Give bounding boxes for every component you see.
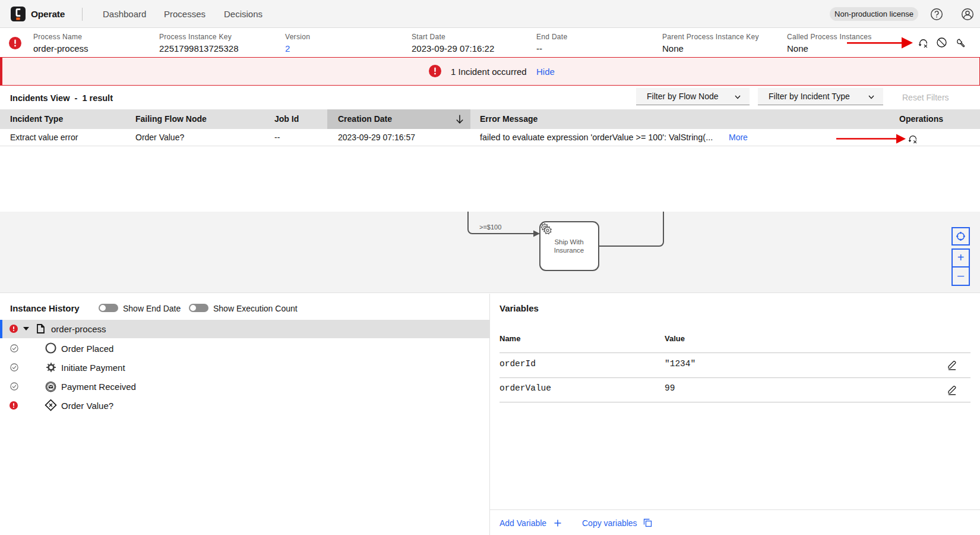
svg-text:Insurance: Insurance	[554, 247, 584, 254]
svg-text:>=$100: >=$100	[479, 224, 501, 231]
svg-text:Ship With: Ship With	[554, 238, 583, 246]
